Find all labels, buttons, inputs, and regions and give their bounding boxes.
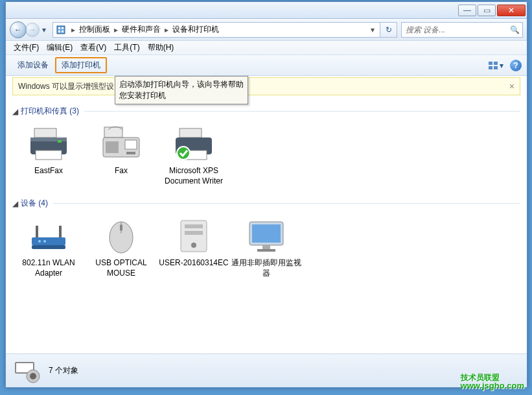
group-divider	[84, 111, 520, 112]
crumb-hardware-sound[interactable]: 硬件和声音	[121, 24, 162, 35]
minimize-button[interactable]: —	[458, 5, 476, 16]
item-mouse[interactable]: USB OPTICAL MOUSE	[86, 217, 156, 278]
item-label: USB OPTICAL MOUSE	[86, 258, 156, 278]
add-printer-button[interactable]: 添加打印机	[55, 57, 107, 73]
address-dropdown-icon[interactable]: ▾	[368, 25, 377, 34]
refresh-button[interactable]: ↻	[380, 22, 397, 38]
menu-view[interactable]: 查看(V)	[76, 42, 110, 53]
group-title: 打印机和传真 (3)	[21, 106, 79, 117]
collapse-triangle-icon: ◢	[12, 199, 18, 208]
command-bar: 添加设备 添加打印机 ▾ ?	[6, 55, 527, 76]
item-label: Microsoft XPS Document Writer	[159, 166, 229, 186]
item-fax[interactable]: Fax	[86, 125, 156, 186]
search-input[interactable]	[402, 25, 507, 34]
control-panel-icon	[56, 25, 66, 35]
item-xps-writer[interactable]: Microsoft XPS Document Writer	[159, 125, 229, 186]
chevron-down-icon: ▾	[500, 61, 503, 70]
printer-items: EastFax Fax Microsoft XPS Document Write…	[12, 122, 520, 194]
devices-icon	[14, 358, 42, 384]
item-label: USER-20160314EC	[159, 258, 229, 269]
menu-edit[interactable]: 编辑(E)	[43, 42, 76, 53]
device-items: 802.11n WLAN Adapter USB OPTICAL MOUSE U…	[12, 214, 520, 286]
item-computer[interactable]: USER-20160314EC	[159, 217, 229, 278]
maximize-button[interactable]: ▭	[478, 5, 496, 16]
help-button[interactable]: ?	[510, 60, 522, 71]
search-box[interactable]: 🔍	[401, 22, 523, 38]
nav-buttons: ← → ▾	[10, 21, 49, 38]
fax-icon	[98, 125, 144, 163]
status-text: 7 个对象	[49, 365, 78, 376]
printer-icon	[26, 125, 71, 163]
nav-history-dropdown[interactable]: ▾	[40, 21, 49, 38]
crumb-sep-icon[interactable]: ▸	[114, 25, 118, 34]
menu-bar: 文件(F) 编辑(E) 查看(V) 工具(T) 帮助(H)	[6, 41, 527, 55]
content-pane: ◢ 打印机和传真 (3) EastFax Fax Microsoft XPS D…	[6, 97, 527, 355]
crumb-devices-printers[interactable]: 设备和打印机	[171, 24, 220, 35]
close-button[interactable]: ✕	[497, 5, 526, 16]
item-monitor[interactable]: 通用非即插即用监视器	[231, 217, 301, 278]
nav-bar: ← → ▾ ▸ 控制面板 ▸ 硬件和声音 ▸ 设备和打印机 ▾ ↻ 🔍	[6, 19, 527, 41]
mouse-icon	[98, 217, 144, 256]
monitor-icon	[244, 217, 289, 256]
crumb-control-panel[interactable]: 控制面板	[78, 24, 111, 35]
group-divider	[53, 203, 520, 204]
address-bar[interactable]: ▸ 控制面板 ▸ 硬件和声音 ▸ 设备和打印机 ▾	[52, 22, 380, 38]
add-printer-tooltip: 启动添加打印机向导，该向导将帮助您安装打印机	[115, 76, 248, 104]
group-title: 设备 (4)	[21, 198, 48, 209]
item-wlan-adapter[interactable]: 802.11n WLAN Adapter	[14, 217, 84, 278]
info-bar[interactable]: Windows 可以显示增强型设 i进行更改... ×	[12, 77, 520, 95]
item-label: 802.11n WLAN Adapter	[14, 258, 84, 278]
view-icon	[488, 60, 498, 71]
status-bar: 7 个对象	[6, 353, 527, 387]
info-bar-close-icon[interactable]: ×	[509, 81, 515, 91]
title-bar: — ▭ ✕	[6, 2, 527, 19]
item-label: Fax	[86, 166, 156, 176]
item-label: EastFax	[14, 166, 84, 176]
back-button[interactable]: ←	[10, 21, 27, 38]
search-icon[interactable]: 🔍	[507, 25, 522, 34]
toolbar-right: ▾ ?	[488, 60, 522, 71]
group-header-devices[interactable]: ◢ 设备 (4)	[12, 198, 520, 209]
explorer-window: — ▭ ✕ ← → ▾ ▸ 控制面板 ▸ 硬件和声音 ▸ 设备和打印机 ▾ ↻ …	[5, 1, 527, 388]
add-device-button[interactable]: 添加设备	[11, 57, 55, 73]
computer-icon	[171, 217, 216, 256]
crumb-sep-icon[interactable]: ▸	[165, 25, 168, 34]
crumb-sep-icon[interactable]: ▸	[71, 25, 75, 34]
watermark-url: www.jsgho.com	[461, 381, 524, 390]
view-options-button[interactable]: ▾	[488, 60, 503, 71]
collapse-triangle-icon: ◢	[12, 107, 18, 116]
printer-default-icon	[171, 125, 216, 163]
group-header-printers[interactable]: ◢ 打印机和传真 (3)	[12, 106, 520, 117]
wlan-icon	[26, 217, 71, 256]
menu-help[interactable]: 帮助(H)	[144, 42, 178, 53]
item-eastfax[interactable]: EastFax	[14, 125, 84, 186]
forward-button[interactable]: →	[25, 23, 40, 37]
menu-file[interactable]: 文件(F)	[10, 42, 43, 53]
item-label: 通用非即插即用监视器	[231, 258, 301, 278]
watermark: 技术员联盟 www.jsgho.com	[461, 374, 524, 390]
menu-tools[interactable]: 工具(T)	[110, 42, 143, 53]
